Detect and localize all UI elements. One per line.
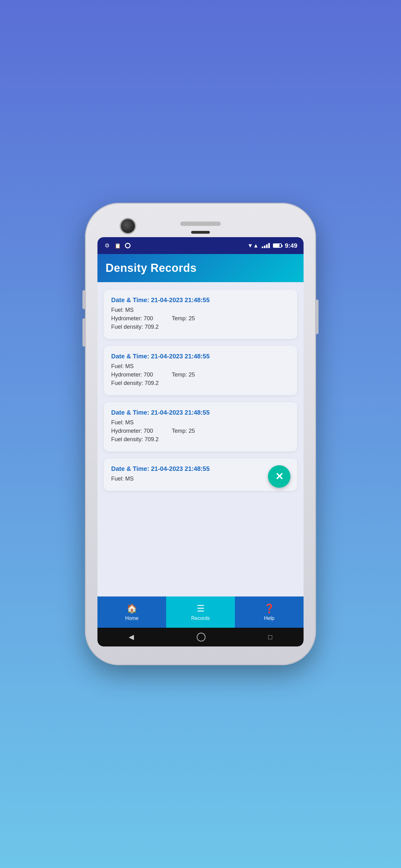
record-1-temp: Temp: 25 <box>172 315 195 322</box>
close-fab-button[interactable]: ✕ <box>268 465 291 488</box>
volume-up-button <box>82 290 85 309</box>
close-icon: ✕ <box>275 471 283 482</box>
battery-icon <box>273 243 282 248</box>
record-2-fuel: Fuel: MS <box>111 363 290 370</box>
record-card-3: Date & Time: 21-04-2023 21:48:55 Fuel: M… <box>104 402 297 452</box>
record-card-2: Date & Time: 21-04-2023 21:48:55 Fuel: M… <box>104 346 297 395</box>
help-icon: ❓ <box>264 603 275 614</box>
record-3-density: Fuel density: 709.2 <box>111 436 290 443</box>
record-1-fuel: Fuel: MS <box>111 307 290 313</box>
back-button[interactable]: ◀ <box>129 633 134 641</box>
volume-down-button <box>82 318 85 346</box>
record-card-1: Date & Time: 21-04-2023 21:48:55 Fuel: M… <box>104 290 297 339</box>
record-1-datetime: Date & Time: 21-04-2023 21:48:55 <box>111 297 290 304</box>
app-header: Density Records <box>97 254 304 282</box>
camera <box>121 219 135 233</box>
speaker-grille <box>180 221 221 226</box>
status-icons-left: ⚙ 📋 <box>104 242 131 249</box>
nav-item-help[interactable]: ❓ Help <box>235 596 304 628</box>
record-3-datetime: Date & Time: 21-04-2023 21:48:55 <box>111 409 290 416</box>
record-2-datetime: Date & Time: 21-04-2023 21:48:55 <box>111 353 290 360</box>
app-title: Density Records <box>106 261 197 275</box>
phone-screen: ⚙ 📋 ▼▲ 9 <box>97 237 304 647</box>
status-bar: ⚙ 📋 ▼▲ 9 <box>97 237 304 254</box>
nav-home-label: Home <box>125 616 139 621</box>
android-nav-bar: ◀ □ <box>97 628 304 647</box>
nav-help-label: Help <box>264 616 274 621</box>
status-icons-right: ▼▲ 9:49 <box>247 242 297 249</box>
record-2-temp: Temp: 25 <box>172 372 195 378</box>
nav-item-records[interactable]: ☰ Records <box>166 596 235 628</box>
record-4-fuel: Fuel: MS <box>111 475 290 482</box>
home-button[interactable] <box>197 633 205 642</box>
phone-device: ⚙ 📋 ▼▲ 9 <box>85 203 316 665</box>
record-3-row: Hydrometer: 700 Temp: 25 <box>111 428 290 436</box>
nav-item-home[interactable]: 🏠 Home <box>97 596 166 628</box>
record-2-row: Hydrometer: 700 Temp: 25 <box>111 372 290 380</box>
recents-button[interactable]: □ <box>268 633 272 641</box>
record-1-hydrometer: Hydrometer: 700 <box>111 315 153 322</box>
record-3-fuel: Fuel: MS <box>111 419 290 426</box>
signal-icon <box>262 243 270 248</box>
record-1-density: Fuel density: 709.2 <box>111 324 290 330</box>
bottom-nav: 🏠 Home ☰ Records ❓ Help <box>97 596 304 628</box>
record-2-density: Fuel density: 709.2 <box>111 380 290 386</box>
home-icon: 🏠 <box>127 603 137 614</box>
sync-icon <box>125 243 131 248</box>
record-card-4: Date & Time: 21-04-2023 21:48:55 Fuel: M… <box>104 458 297 491</box>
sd-card-icon: 📋 <box>114 242 121 249</box>
settings-icon: ⚙ <box>104 242 110 249</box>
nav-records-label: Records <box>191 616 210 621</box>
status-time: 9:49 <box>285 242 297 249</box>
power-button <box>316 300 319 334</box>
record-2-hydrometer: Hydrometer: 700 <box>111 372 153 378</box>
content-area: Date & Time: 21-04-2023 21:48:55 Fuel: M… <box>97 282 304 596</box>
record-1-row: Hydrometer: 700 Temp: 25 <box>111 315 290 324</box>
wifi-icon: ▼▲ <box>247 243 259 249</box>
record-3-temp: Temp: 25 <box>172 428 195 434</box>
records-icon: ☰ <box>197 603 205 614</box>
record-3-hydrometer: Hydrometer: 700 <box>111 428 153 434</box>
record-4-datetime: Date & Time: 21-04-2023 21:48:55 <box>111 465 290 472</box>
speaker-small <box>191 231 210 234</box>
